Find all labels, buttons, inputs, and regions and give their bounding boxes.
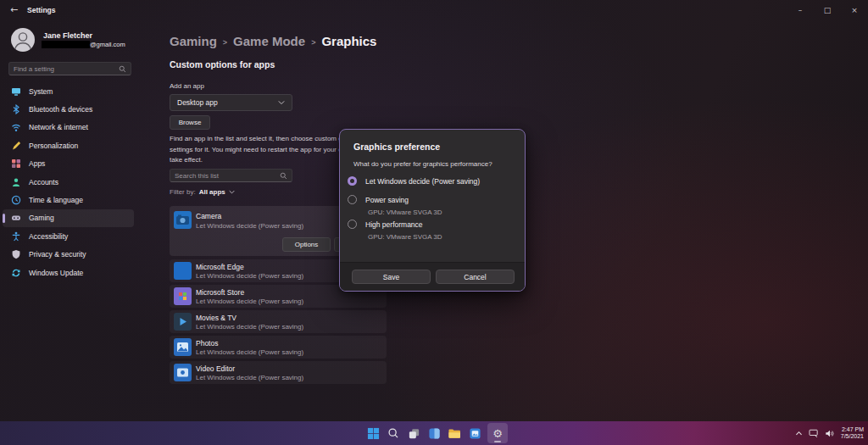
app-row-video-editor[interactable]: Video Editor Let Windows decide (Power s… (170, 361, 387, 384)
camera-app-icon (174, 211, 192, 229)
widgets-icon[interactable] (426, 426, 442, 441)
clock[interactable]: 2:47 PM 7/5/2021 (841, 426, 864, 441)
filter-value: All apps (199, 188, 225, 196)
search-icon[interactable] (386, 426, 401, 441)
movies-tv-app-icon (174, 313, 192, 331)
start-icon[interactable] (365, 426, 381, 441)
breadcrumb: Gaming > Game Mode > Graphics (170, 34, 376, 48)
taskbar: ⚙ 2:47 PM 7/5/2021 (0, 421, 868, 445)
windows-update-icon (11, 268, 21, 278)
dialog-title: Graphics preference (353, 142, 440, 152)
titlebar: ← Settings – □ × (0, 0, 868, 22)
bluetooth-icon (11, 104, 21, 114)
list-search-input[interactable] (175, 172, 280, 180)
dialog-question: What do you prefer for graphics performa… (353, 160, 492, 168)
sidebar-item-system[interactable]: System (3, 82, 134, 100)
close-button[interactable]: × (841, 0, 868, 20)
app-name: Photos (196, 339, 218, 348)
microsoft-store-app-icon (174, 287, 192, 305)
gaming-icon (11, 213, 21, 223)
chevron-down-icon (278, 100, 285, 105)
app-name: Camera (196, 212, 221, 220)
app-status: Let Windows decide (Power saving) (196, 323, 303, 331)
breadcrumb-game-mode[interactable]: Game Mode (233, 34, 305, 48)
app-name: Movies & TV (196, 314, 236, 322)
sidebar-item-privacy-security[interactable]: Privacy & security (3, 246, 134, 264)
app-row-movies-tv[interactable]: Movies & TV Let Windows decide (Power sa… (170, 310, 387, 333)
dialog-footer: Save Cancel (340, 262, 525, 291)
desktop: ← Settings – □ × Jane Fletcher @gmail.co… (0, 0, 868, 445)
app-name: Microsoft Edge (196, 263, 244, 271)
app-title: Settings (27, 6, 56, 14)
back-icon[interactable]: ← (10, 4, 18, 15)
app-status: Let Windows decide (Power saving) (196, 348, 303, 356)
gpu-label: GPU: VMware SVGA 3D (368, 209, 442, 216)
filter-label: Filter by: (170, 188, 196, 196)
sidebar-item-time-language[interactable]: Time & language (3, 191, 134, 209)
browse-button[interactable]: Browse (170, 115, 210, 130)
user-name: Jane Fletcher (43, 31, 92, 40)
task-view-icon[interactable] (406, 426, 421, 441)
sidebar-item-personalization[interactable]: Personalization (3, 136, 134, 154)
find-setting-searchbox[interactable] (8, 62, 131, 75)
radio-unselected-icon[interactable] (348, 195, 357, 204)
clock-date: 7/5/2021 (841, 433, 864, 441)
list-searchbox[interactable] (170, 169, 292, 182)
search-icon (280, 172, 287, 180)
breadcrumb-graphics: Graphics (321, 34, 376, 48)
window-controls: – □ × (787, 0, 868, 20)
sidebar-item-gaming[interactable]: Gaming (3, 209, 134, 227)
app-status: Let Windows decide (Power saving) (196, 222, 303, 230)
accounts-icon (11, 177, 21, 187)
chevron-right-icon: > (311, 36, 315, 47)
accessibility-icon (11, 231, 21, 242)
photos-app-icon (174, 338, 192, 356)
network-tray-icon[interactable] (809, 429, 819, 437)
options-button[interactable]: Options (282, 237, 331, 252)
radio-option-let-windows-decide[interactable]: Let Windows decide (Power saving) (348, 176, 480, 186)
microsoft-edge-app-icon (174, 262, 192, 280)
chevron-up-icon[interactable] (795, 431, 803, 437)
network-wifi-icon (11, 122, 21, 132)
user-email: @gmail.com (42, 41, 125, 48)
radio-unselected-icon[interactable] (348, 220, 357, 229)
maximize-button[interactable]: □ (814, 0, 841, 20)
file-explorer-icon[interactable] (447, 426, 462, 441)
sidebar-item-windows-update[interactable]: Windows Update (3, 264, 134, 281)
video-editor-app-icon (174, 364, 192, 381)
sidebar-item-accessibility[interactable]: Accessibility (3, 227, 134, 245)
radio-selected-icon[interactable] (348, 176, 357, 186)
settings-taskbar-active[interactable]: ⚙ (487, 423, 508, 443)
sidebar-item-accounts[interactable]: Accounts (3, 173, 134, 191)
breadcrumb-gaming[interactable]: Gaming (170, 34, 217, 48)
app-status: Let Windows decide (Power saving) (196, 374, 303, 381)
search-icon (119, 65, 126, 73)
app-type-dropdown-value: Desktop app (177, 98, 278, 107)
radio-option-power-saving[interactable]: Power saving (348, 195, 409, 204)
settings-gear-icon: ⚙ (492, 428, 503, 439)
filter-row[interactable]: Filter by: All apps (170, 188, 235, 196)
save-button[interactable]: Save (352, 270, 431, 284)
section-title: Custom options for apps (170, 59, 275, 70)
find-setting-input[interactable] (14, 65, 119, 73)
privacy-security-shield-icon (11, 249, 21, 259)
graphics-preference-dialog: Graphics preference What do you prefer f… (339, 129, 526, 292)
system-tray: 2:47 PM 7/5/2021 (795, 421, 864, 445)
cancel-button[interactable]: Cancel (436, 270, 515, 284)
taskbar-icons: ⚙ (365, 421, 508, 445)
minimize-button[interactable]: – (787, 0, 814, 20)
add-app-label: Add an app (170, 82, 204, 90)
app-row-photos[interactable]: Photos Let Windows decide (Power saving) (170, 336, 387, 359)
avatar[interactable] (11, 28, 35, 52)
sidebar: Jane Fletcher @gmail.com System Bluetoot… (0, 22, 141, 421)
radio-option-high-performance[interactable]: High performance (348, 220, 423, 229)
email-redaction (42, 41, 90, 48)
sidebar-item-apps[interactable]: Apps (3, 155, 134, 173)
personalization-icon (11, 141, 21, 151)
system-icon (11, 86, 21, 97)
volume-icon[interactable] (825, 429, 835, 438)
photos-app-icon[interactable] (467, 426, 482, 441)
sidebar-item-bluetooth-devices[interactable]: Bluetooth & devices (3, 100, 134, 118)
sidebar-item-network-internet[interactable]: Network & internet (3, 119, 134, 136)
app-type-dropdown[interactable]: Desktop app (170, 94, 292, 111)
